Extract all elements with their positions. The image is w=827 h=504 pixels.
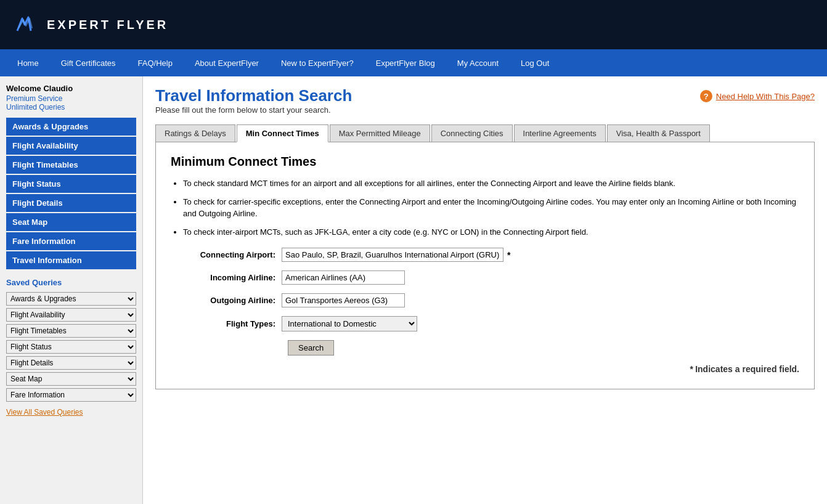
- search-button[interactable]: Search: [288, 340, 334, 356]
- saved-query-seat-map[interactable]: Seat Map: [6, 372, 136, 386]
- outgoing-airline-label: Outgoing Airline:: [171, 296, 282, 305]
- title-area: Travel Information Search Please fill ou…: [155, 86, 352, 122]
- required-star: *: [507, 250, 510, 260]
- sidebar-item-flight-details[interactable]: Flight Details: [6, 194, 136, 212]
- sidebar-item-awards[interactable]: Awards & Upgrades: [6, 118, 136, 136]
- sidebar-item-flight-timetables[interactable]: Flight Timetables: [6, 156, 136, 174]
- help-area: ? Need Help With This Page?: [700, 90, 815, 102]
- saved-query-flight-details[interactable]: Flight Details: [6, 356, 136, 370]
- instruction-1: To check standard MCT times for an airpo…: [183, 177, 799, 190]
- saved-query-flight-timetables[interactable]: Flight Timetables: [6, 324, 136, 338]
- logo-text: EXPERT FLYER: [47, 18, 168, 32]
- subtitle: Please fill out the form below to start …: [155, 105, 352, 115]
- logo-area: EXPERT FLYER: [12, 11, 168, 38]
- incoming-airline-input[interactable]: [282, 270, 405, 285]
- required-star-note: *: [690, 364, 693, 374]
- required-note: * Indicates a required field.: [171, 364, 799, 374]
- incoming-airline-row: Incoming Airline:: [171, 270, 799, 285]
- help-link[interactable]: Need Help With This Page?: [716, 92, 815, 101]
- sidebar: Welcome Claudio Premium Service Unlimite…: [0, 76, 143, 504]
- form-area: Minimum Connect Times To check standard …: [155, 142, 815, 389]
- tab-max-permitted-mileage[interactable]: Max Permitted Mileage: [330, 124, 430, 142]
- saved-query-awards[interactable]: Awards & Upgrades: [6, 292, 136, 306]
- connecting-airport-row: Connecting Airport: *: [171, 248, 799, 262]
- flight-types-row: Flight Types: International to Domestic …: [171, 316, 799, 331]
- sidebar-item-flight-status[interactable]: Flight Status: [6, 175, 136, 193]
- nav-new-to[interactable]: New to ExpertFlyer?: [270, 49, 365, 76]
- instruction-2: To check for carrier-specific exceptions…: [183, 196, 799, 220]
- sidebar-item-flight-availability[interactable]: Flight Availability: [6, 137, 136, 155]
- nav-blog[interactable]: ExpertFlyer Blog: [365, 49, 446, 76]
- connecting-airport-input[interactable]: [282, 248, 503, 262]
- tab-interline-agreements[interactable]: Interline Agreements: [514, 124, 606, 142]
- main-header: Travel Information Search Please fill ou…: [155, 86, 815, 122]
- nav-logout[interactable]: Log Out: [510, 49, 560, 76]
- welcome-text: Welcome Claudio: [6, 84, 136, 93]
- flight-types-label: Flight Types:: [171, 319, 282, 328]
- saved-queries-title: Saved Queries: [6, 278, 136, 287]
- header: EXPERT FLYER: [0, 0, 827, 49]
- tab-connecting-cities[interactable]: Connecting Cities: [431, 124, 513, 142]
- flight-types-select[interactable]: International to Domestic Domestic to In…: [282, 316, 417, 331]
- tabs: Ratings & Delays Min Connect Times Max P…: [155, 124, 815, 142]
- instructions-list: To check standard MCT times for an airpo…: [183, 177, 799, 238]
- outgoing-airline-input[interactable]: [282, 293, 405, 307]
- sidebar-item-fare-information[interactable]: Fare Information: [6, 232, 136, 250]
- saved-query-fare-information[interactable]: Fare Information: [6, 388, 136, 402]
- nav-home[interactable]: Home: [6, 49, 50, 76]
- sidebar-item-seat-map[interactable]: Seat Map: [6, 213, 136, 231]
- connecting-airport-label: Connecting Airport:: [171, 250, 282, 259]
- form-title: Minimum Connect Times: [171, 155, 799, 169]
- instruction-3: To check inter-airport MCTs, such as JFK…: [183, 226, 799, 238]
- required-note-text: Indicates a required field.: [695, 364, 799, 374]
- saved-query-flight-availability[interactable]: Flight Availability: [6, 308, 136, 322]
- unlimited-text: Unlimited Queries: [6, 103, 136, 112]
- view-all-saved-queries-link[interactable]: View All Saved Queries: [6, 408, 136, 417]
- nav-faq[interactable]: FAQ/Help: [127, 49, 184, 76]
- incoming-airline-label: Incoming Airline:: [171, 273, 282, 282]
- logo-icon: [12, 11, 39, 38]
- search-row: Search: [171, 340, 799, 356]
- sidebar-item-travel-information[interactable]: Travel Information: [6, 251, 136, 269]
- nav-gift-certificates[interactable]: Gift Certificates: [50, 49, 127, 76]
- tab-ratings-delays[interactable]: Ratings & Delays: [155, 124, 235, 142]
- nav-my-account[interactable]: My Account: [446, 49, 510, 76]
- premium-text: Premium Service: [6, 94, 136, 103]
- outgoing-airline-row: Outgoing Airline:: [171, 293, 799, 307]
- nav: Home Gift Certificates FAQ/Help About Ex…: [0, 49, 827, 76]
- help-icon: ?: [700, 90, 712, 102]
- content: Welcome Claudio Premium Service Unlimite…: [0, 76, 827, 504]
- nav-about[interactable]: About ExpertFlyer: [184, 49, 270, 76]
- page-title: Travel Information Search: [155, 86, 352, 105]
- main-content: Travel Information Search Please fill ou…: [143, 76, 827, 504]
- tab-visa-health-passport[interactable]: Visa, Health & Passport: [607, 124, 710, 142]
- saved-query-flight-status[interactable]: Flight Status: [6, 340, 136, 354]
- tab-min-connect-times[interactable]: Min Connect Times: [237, 124, 328, 142]
